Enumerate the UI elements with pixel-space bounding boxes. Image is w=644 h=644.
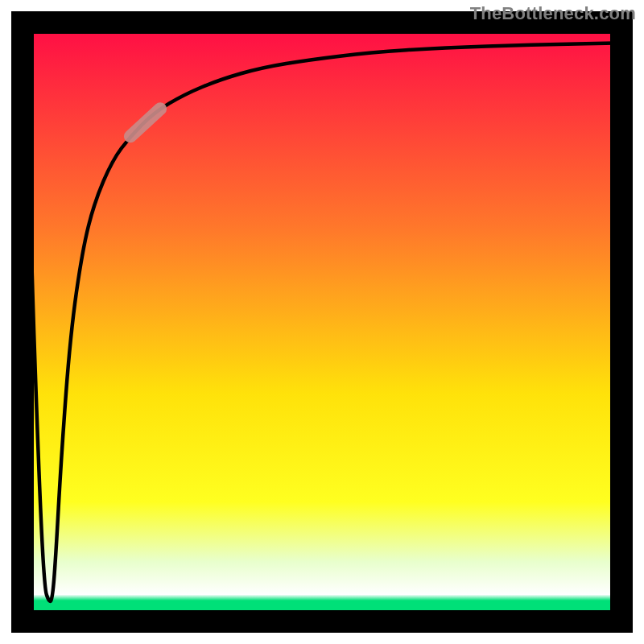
chart-stage: TheBottleneck.com bbox=[0, 0, 644, 644]
plot-background bbox=[23, 23, 621, 621]
watermark-text: TheBottleneck.com bbox=[470, 3, 636, 24]
bottleneck-chart bbox=[0, 0, 644, 644]
